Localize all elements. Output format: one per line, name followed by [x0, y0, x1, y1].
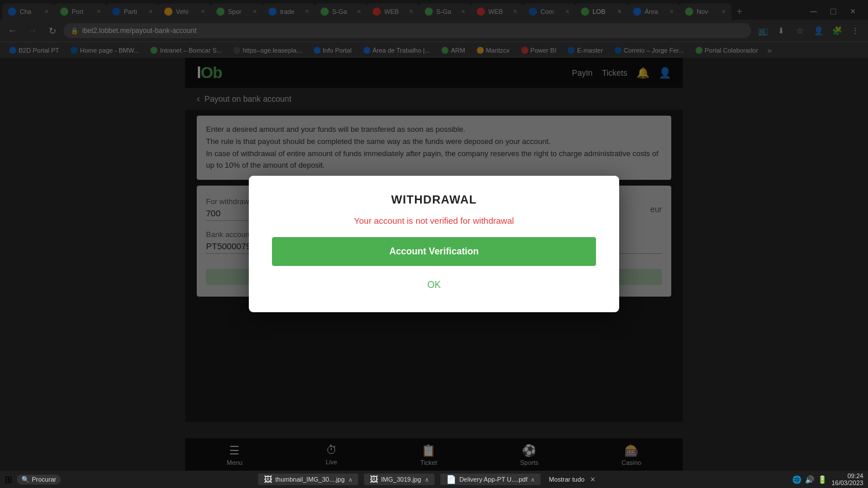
jpg-icon-2: 🖼: [370, 475, 378, 484]
ok-button[interactable]: OK: [422, 275, 445, 295]
chevron-icon-2: ∧: [425, 476, 429, 483]
account-verification-button[interactable]: Account Verification: [272, 237, 596, 266]
taskbar-search[interactable]: 🔍 Procurar: [17, 475, 61, 485]
taskbar-right: 🌐 🔊 🔋 09:24 16/03/2023: [792, 472, 863, 486]
download-label-3: Delivery App-PT U....pdf: [459, 476, 528, 483]
download-pdf[interactable]: 📄 Delivery App-PT U....pdf ∧: [440, 474, 541, 485]
search-icon: 🔍: [21, 476, 30, 483]
modal-warning: Your account is not verified for withdra…: [272, 216, 596, 225]
download-label-1: thumbnail_IMG_30....jpg: [275, 476, 345, 483]
modal-title: WITHDRAWAL: [272, 193, 596, 206]
download-thumbnail[interactable]: 🖼 thumbnail_IMG_30....jpg ∧: [258, 474, 358, 485]
taskbar-left: ⊞ 🔍 Procurar: [5, 474, 61, 485]
downloads-close[interactable]: ×: [590, 475, 595, 484]
windows-taskbar: ⊞ 🔍 Procurar 🖼 thumbnail_IMG_30....jpg ∧…: [0, 471, 868, 488]
windows-start-button[interactable]: ⊞: [5, 474, 12, 485]
taskbar-clock[interactable]: 09:24 16/03/2023: [832, 472, 863, 486]
date-display: 16/03/2023: [832, 479, 863, 486]
tray-battery-icon: 🔋: [818, 475, 827, 484]
chevron-icon-3: ∧: [531, 476, 535, 483]
download-label-2: IMG_3019.jpg: [381, 476, 421, 483]
time-display: 09:24: [832, 472, 863, 479]
tray-volume-icon: 🔊: [805, 475, 814, 484]
system-tray: 🌐 🔊 🔋: [792, 475, 827, 484]
download-img3019[interactable]: 🖼 IMG_3019.jpg ∧: [364, 474, 435, 485]
chevron-icon-1: ∧: [348, 476, 352, 483]
pdf-icon: 📄: [446, 475, 456, 484]
tray-network-icon: 🌐: [792, 475, 801, 484]
taskbar-downloads: 🖼 thumbnail_IMG_30....jpg ∧ 🖼 IMG_3019.j…: [258, 474, 595, 485]
withdrawal-modal: WITHDRAWAL Your account is not verified …: [249, 176, 619, 312]
modal-overlay: WITHDRAWAL Your account is not verified …: [0, 0, 868, 488]
search-placeholder: Procurar: [32, 476, 56, 483]
jpg-icon: 🖼: [264, 475, 272, 484]
show-all-link[interactable]: Mostrar tudo: [549, 476, 584, 483]
